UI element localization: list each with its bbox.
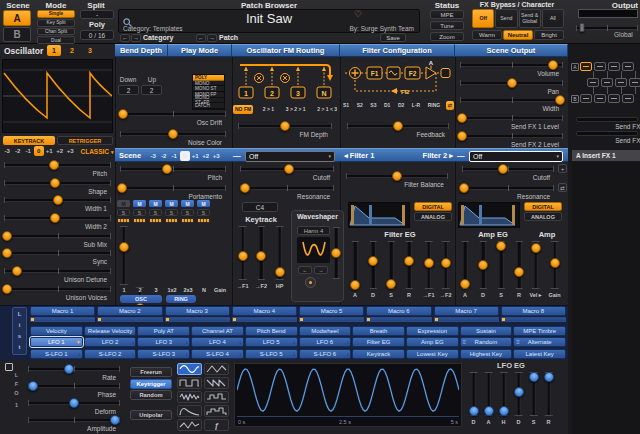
filter2-nav[interactable]: Filter 2 ▸	[403, 151, 453, 160]
slider-handle[interactable]	[544, 372, 554, 382]
slider-handle[interactable]	[53, 195, 63, 205]
scene-octave-0[interactable]: 0	[180, 151, 191, 161]
slider-handle[interactable]	[368, 256, 378, 266]
fx-bypass-send-global[interactable]: Send & Global	[519, 9, 541, 28]
patch-next-icon[interactable]: →	[207, 34, 217, 42]
oscillator-type-menu[interactable]: CLASSIC ▾	[79, 146, 115, 157]
slider-handle[interactable]	[69, 398, 79, 408]
waveshaper-drive-slider-value[interactable]	[330, 226, 342, 280]
macro-value-bar-macro-1[interactable]	[30, 317, 95, 322]
macro-button-macro-1[interactable]: Macro 1	[30, 306, 95, 316]
scene-octave-1[interactable]: +1	[190, 151, 201, 161]
keytrack-root-note[interactable]: C4	[242, 202, 278, 212]
character-neutral[interactable]: Neutral	[503, 30, 533, 40]
slider-handle[interactable]	[404, 256, 414, 266]
lfo-shape-sawtooth[interactable]	[204, 377, 229, 389]
fx-slot-send4[interactable]	[629, 78, 640, 87]
macro-value-bar-macro-4[interactable]	[232, 317, 297, 322]
amp-eg-slider-a[interactable]	[459, 240, 471, 290]
filter-eg-slider-f1[interactable]	[423, 240, 435, 290]
category-next-icon[interactable]: →	[131, 34, 141, 42]
mod-source-lfo-6[interactable]: LFO 6↓	[299, 337, 352, 347]
amp-slider-vel[interactable]	[530, 240, 542, 290]
fx-slot-b4[interactable]	[622, 94, 634, 103]
character-warm[interactable]: Warm	[472, 30, 502, 40]
keytrack-slider-f1[interactable]	[237, 225, 249, 281]
slider-handle[interactable]	[392, 171, 402, 181]
filter-config-l-r[interactable]: L-R	[410, 101, 422, 110]
slider-handle[interactable]	[64, 364, 74, 374]
mod-source-random[interactable]: ≡Random	[460, 337, 513, 347]
lfo-shape-sine[interactable]	[177, 363, 202, 375]
fx-slot-b1[interactable]	[580, 94, 592, 103]
fx-insert-title-bar[interactable]: A Insert FX 1	[572, 150, 640, 161]
filter-eg-mode-digital[interactable]: DIGITAL	[414, 202, 452, 211]
macro-value-bar-macro-3[interactable]	[165, 317, 230, 322]
filter2-slider-resonance[interactable]: Resonance	[460, 182, 556, 201]
slider-handle[interactable]	[280, 121, 290, 131]
macro-value-bar-macro-6[interactable]	[366, 317, 431, 322]
fx-slot-send2[interactable]	[601, 78, 613, 87]
lfo-slider-rate[interactable]: Rate	[26, 363, 122, 380]
slider-handle[interactable]	[28, 381, 38, 391]
filter2-bypass-dash[interactable]: —	[457, 151, 465, 160]
filter-eg-slider-r[interactable]	[403, 240, 415, 290]
scene-b-button[interactable]: B	[3, 27, 31, 42]
slider-handle[interactable]	[119, 242, 129, 252]
scene-output-slider-send-fx-1-level[interactable]: Send FX 1 Level	[458, 112, 565, 130]
slider-handle[interactable]	[496, 241, 506, 251]
waveshaper-type[interactable]: Harm 4	[297, 226, 330, 235]
macro-button-macro-3[interactable]: Macro 3	[165, 306, 230, 316]
amp-eg-mode-analog[interactable]: ANALOG	[524, 212, 562, 221]
slider-handle[interactable]	[162, 164, 172, 174]
amp-slider-gain[interactable]	[549, 240, 561, 290]
slider-handle[interactable]	[240, 183, 250, 193]
slider-handle[interactable]	[424, 258, 434, 268]
filter-slider-filter-balance[interactable]: Filter Balance	[344, 170, 450, 190]
slider-handle[interactable]	[478, 260, 488, 270]
amp-eg-mode-digital[interactable]: DIGITAL	[524, 202, 562, 211]
scene-a-button[interactable]: A	[3, 10, 31, 26]
osc-octave-1[interactable]: -1	[23, 146, 34, 156]
fm-route-2-1[interactable]: 2 > 1	[261, 105, 276, 114]
mod-source-release-velocity[interactable]: Release Velocity	[84, 326, 137, 336]
macro-button-macro-8[interactable]: Macro 8	[501, 306, 566, 316]
fm-route-2-1-3[interactable]: 2 > 1 < 3	[315, 105, 339, 114]
slider-handle[interactable]	[2, 284, 12, 294]
fx-bypass-all[interactable]: All	[542, 9, 564, 28]
scene-octave-1[interactable]: -1	[169, 151, 180, 161]
status-tune[interactable]: Tune	[430, 21, 464, 30]
slider-handle[interactable]	[550, 258, 560, 268]
osc-octave-2[interactable]: -2	[13, 146, 24, 156]
lfo-trigger-freerun[interactable]: Freerun	[130, 367, 172, 377]
slider-handle[interactable]	[118, 109, 128, 119]
bend-up-value[interactable]: 2	[141, 85, 162, 95]
send-fx1-slider[interactable]	[576, 117, 638, 122]
fx-bypass-off[interactable]: Off	[472, 9, 494, 28]
macro-value-bar-macro-5[interactable]	[299, 317, 364, 322]
mixer-solo-3[interactable]: S	[149, 209, 162, 216]
mod-source-s-lfo-5[interactable]: S-LFO 5↓	[245, 349, 298, 359]
amp-eg-slider-r[interactable]	[513, 240, 525, 290]
mod-source-highest-key[interactable]: Highest Key	[460, 349, 513, 359]
bend-down-value[interactable]: 2	[118, 85, 139, 95]
filter-config-s2[interactable]: S2	[355, 101, 365, 110]
filter2-slider-cutoff[interactable]: Cutoff	[460, 163, 556, 182]
mod-source-s-lfo-6[interactable]: S-LFO 6↓	[299, 349, 352, 359]
osc-octave-3[interactable]: -3	[2, 146, 13, 156]
lfo-slider-phase[interactable]: Phase	[26, 380, 122, 397]
fx-bypass-send[interactable]: Send	[495, 9, 517, 28]
slider-handle[interactable]	[2, 231, 12, 241]
lfo-eg-slider-a[interactable]	[483, 371, 495, 417]
lfo-slider-amplitude[interactable]: Amplitude	[26, 414, 122, 431]
mod-source-lowest-key[interactable]: Lowest Key	[406, 349, 459, 359]
mod-source-alternate[interactable]: ≡Alternate	[513, 337, 566, 347]
slider-handle[interactable]	[441, 258, 451, 268]
fx-slot-send1[interactable]	[587, 78, 599, 87]
mod-source-lfo-1[interactable]: LFO 1▼	[30, 337, 83, 347]
macro-button-macro-7[interactable]: Macro 7	[434, 306, 499, 316]
osc-slider-sync[interactable]: Sync	[2, 247, 113, 265]
macro-button-macro-5[interactable]: Macro 5	[299, 306, 364, 316]
filter-eg-slider-f2[interactable]	[440, 240, 452, 290]
patch-nav-label[interactable]: Patch	[219, 34, 238, 42]
